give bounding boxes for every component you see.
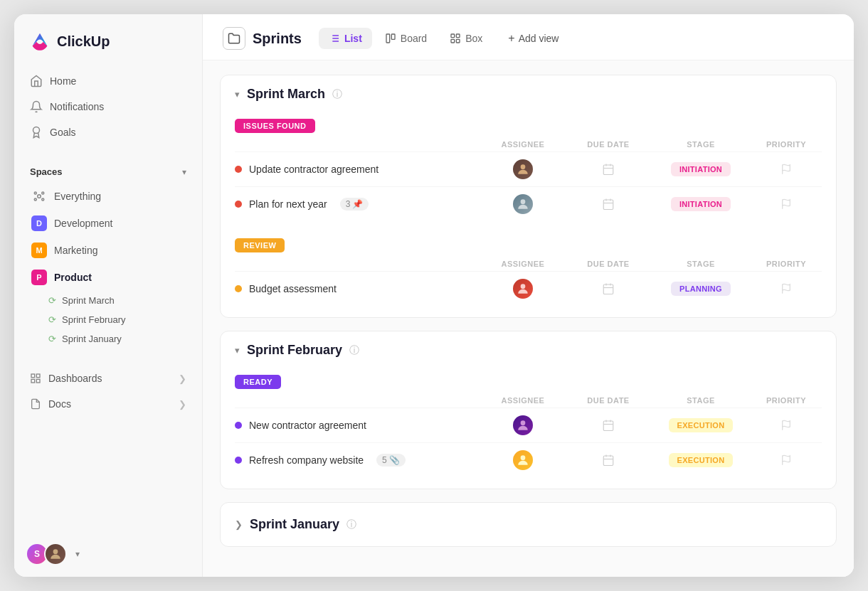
app-name: ClickUp — [57, 33, 110, 50]
task-stage-4[interactable]: EXECUTION — [651, 418, 751, 432]
svg-point-35 — [521, 284, 526, 289]
tab-list-label: List — [344, 33, 362, 44]
svg-point-41 — [521, 420, 526, 425]
task-dot-purple-2 — [235, 457, 242, 464]
table-row: New contractor agreement EXECUTION — [235, 408, 822, 442]
nav-notifications-label: Notifications — [50, 101, 104, 112]
product-avatar: P — [31, 270, 47, 285]
task-name-budget: Budget assessment — [235, 283, 480, 294]
sprint-march-info-icon: ⓘ — [332, 88, 342, 101]
sprint-january-section: ❯ Sprint January ⓘ — [220, 502, 837, 547]
task-assignee-2 — [480, 194, 566, 214]
table-row: Update contractor agreement INITIATION — [235, 151, 822, 186]
task-label-5: Refresh company website — [249, 454, 364, 466]
badge-count-5: 5 — [382, 455, 387, 465]
sprint-february-title: Sprint February — [247, 343, 342, 358]
sidebar-sprint-january[interactable]: ⟳ Sprint January — [23, 329, 194, 348]
task-priority-4[interactable] — [751, 420, 822, 431]
spaces-label: Spaces — [30, 166, 63, 177]
svg-rect-8 — [31, 379, 35, 383]
svg-point-5 — [42, 198, 44, 201]
task-dot-yellow — [235, 285, 242, 292]
task-name-plan-next-year: Plan for next year 3 📌 — [235, 198, 480, 211]
sidebar-item-marketing[interactable]: M Marketing — [23, 237, 194, 264]
logo[interactable]: ClickUp — [14, 14, 202, 65]
task-priority-1[interactable] — [751, 164, 822, 175]
svg-rect-6 — [31, 374, 35, 378]
task-stage-5[interactable]: EXECUTION — [651, 453, 751, 467]
sidebar-item-everything-label: Everything — [54, 191, 101, 202]
task-label-3: Budget assessment — [249, 283, 337, 294]
tab-box[interactable]: Box — [440, 28, 492, 49]
task-priority-5[interactable] — [751, 454, 822, 466]
task-stage-2[interactable]: INITIATION — [651, 197, 751, 211]
svg-rect-30 — [603, 200, 613, 210]
nav-notifications[interactable]: Notifications — [23, 94, 194, 119]
sidebar-sprint-march[interactable]: ⟳ Sprint March — [23, 291, 194, 310]
sidebar-footer: S ▾ — [14, 531, 202, 577]
sidebar-item-dashboards[interactable]: Dashboards ❯ — [23, 366, 194, 391]
group-issues-found: ISSUES FOUND ASSIGNEE DUE DATE STAGE PRI… — [221, 113, 836, 233]
task-label-1: Update contractor agreement — [249, 164, 379, 175]
sidebar-sprint-february-label: Sprint February — [62, 314, 126, 325]
task-name-refresh-website: Refresh company website 5 📎 — [235, 454, 480, 467]
col-stage-r: STAGE — [651, 260, 751, 268]
svg-rect-24 — [603, 165, 613, 175]
sidebar-sprint-february[interactable]: ⟳ Sprint February — [23, 310, 194, 329]
assignee-avatar-5 — [513, 450, 533, 470]
sprint-february-header[interactable]: ▾ Sprint February ⓘ — [221, 331, 836, 369]
sprint-march-header[interactable]: ▾ Sprint March ⓘ — [221, 75, 836, 113]
stage-badge-execution-1: EXECUTION — [669, 418, 734, 432]
dashboards-label: Dashboards — [48, 373, 102, 384]
nav-home[interactable]: Home — [23, 68, 194, 94]
sidebar: ClickUp Home Notifications — [14, 14, 203, 577]
task-priority-3[interactable] — [751, 283, 822, 294]
spaces-section-header: Spaces ▾ — [14, 155, 202, 183]
attach-icon: 📎 — [389, 455, 400, 465]
svg-rect-18 — [391, 34, 395, 39]
task-date-1[interactable] — [566, 163, 651, 176]
badge-ready: READY — [235, 375, 281, 389]
task-badge-5: 5 📎 — [376, 454, 406, 467]
task-date-2[interactable] — [566, 198, 651, 211]
task-stage-3[interactable]: PLANNING — [651, 282, 751, 296]
sidebar-item-docs[interactable]: Docs ❯ — [23, 391, 194, 417]
tab-board[interactable]: Board — [375, 28, 437, 49]
spaces-chevron-icon[interactable]: ▾ — [182, 167, 186, 177]
sidebar-item-product-label: Product — [54, 272, 92, 283]
spaces-list: Everything D Development M Marketing P P… — [14, 183, 202, 348]
sprint-march-title: Sprint March — [247, 87, 325, 102]
tab-list[interactable]: List — [319, 28, 372, 49]
nav-goals[interactable]: Goals — [23, 119, 194, 145]
add-view-label: Add view — [519, 33, 559, 44]
task-assignee-5 — [480, 450, 566, 470]
sprint-feb-info-icon: ⓘ — [349, 344, 359, 357]
sprint-january-header[interactable]: ❯ Sprint January ⓘ — [221, 503, 836, 546]
task-stage-1[interactable]: INITIATION — [651, 162, 751, 176]
header-title-area: Sprints — [223, 27, 302, 50]
sprint-february-icon: ⟳ — [48, 314, 56, 325]
main-page-title: Sprints — [253, 31, 302, 47]
assignee-avatar-2 — [513, 194, 533, 214]
sprint-jan-info-icon: ⓘ — [346, 518, 356, 531]
svg-point-23 — [521, 164, 526, 169]
add-view-button[interactable]: + Add view — [498, 27, 568, 50]
sidebar-item-everything[interactable]: Everything — [23, 183, 194, 210]
sidebar-item-product[interactable]: P Product — [23, 264, 194, 291]
task-date-3[interactable] — [566, 282, 651, 295]
task-table-header-issues: ASSIGNEE DUE DATE STAGE PRIORITY — [235, 136, 822, 151]
task-date-5[interactable] — [566, 454, 651, 467]
task-date-4[interactable] — [566, 419, 651, 432]
col-stage-rd: STAGE — [651, 396, 751, 405]
sidebar-item-development[interactable]: D Development — [23, 210, 194, 237]
svg-point-1 — [38, 195, 41, 198]
stage-badge-initiation-1: INITIATION — [671, 162, 731, 176]
task-priority-2[interactable] — [751, 198, 822, 210]
task-dot-red-2 — [235, 201, 242, 208]
user-menu-chevron-icon[interactable]: ▾ — [75, 549, 80, 559]
table-row: Refresh company website 5 📎 — [235, 442, 822, 477]
badge-review: REVIEW — [235, 238, 285, 252]
development-avatar: D — [31, 215, 47, 231]
user-avatars: S — [26, 543, 67, 565]
col-stage-1: STAGE — [651, 140, 751, 149]
